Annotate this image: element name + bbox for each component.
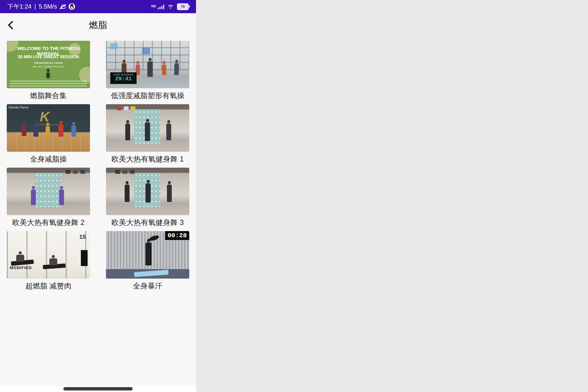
video-caption: 欧美大热有氧健身舞 3 xyxy=(106,218,189,227)
video-caption: 欧美大热有氧健身舞 1 xyxy=(106,154,189,164)
modified-label: MODIFIED xyxy=(10,265,32,270)
video-caption: 低强度减脂塑形有氧操 xyxy=(106,91,189,101)
video-watermark: Kkardio Dance xyxy=(9,106,29,109)
video-caption: 燃脂舞合集 xyxy=(7,91,90,101)
hd-icon: HD xyxy=(151,5,156,8)
video-caption: 超燃脂 减赘肉 xyxy=(7,281,90,291)
status-net-speed: 5.5M/s xyxy=(39,3,57,10)
mute-icon xyxy=(60,4,66,10)
thumbnail-image xyxy=(106,168,189,215)
video-card[interactable]: 00:28 全身暴汗 xyxy=(106,231,189,291)
thumbnail-image xyxy=(7,168,90,215)
page-title: 燃脂 xyxy=(0,13,196,37)
thumbnail-image: 00:28 xyxy=(106,231,189,279)
video-card[interactable]: 欧美大热有氧健身舞 1 xyxy=(106,104,189,164)
thumbnail-image: K KARDIO DANCE Kkardio Dance xyxy=(7,104,90,152)
status-bar: 下午1:24 | 5.5M/s HD 76 xyxy=(0,0,196,13)
status-time: 下午1:24 xyxy=(7,2,32,11)
video-timer-badge: CIZE BOUNCE 29:41 xyxy=(110,72,137,84)
status-separator: | xyxy=(34,3,36,10)
home-indicator[interactable] xyxy=(63,387,133,390)
video-caption: 全身减脂操 xyxy=(7,154,90,164)
video-card[interactable]: K KARDIO DANCE Kkardio Dance 全身减脂操 xyxy=(7,104,90,164)
thumbnail-image xyxy=(106,104,189,152)
screen-fatburn-category: 下午1:24 | 5.5M/s HD 76 燃脂 WELCOME TO THE … xyxy=(0,0,196,392)
video-timer-badge: 00:28 xyxy=(165,231,189,240)
video-card[interactable]: 欧美大热有氧健身舞 3 xyxy=(106,168,189,227)
thumbnail-image: 15 MODIFIED xyxy=(7,231,90,279)
video-card[interactable]: CIZE BOUNCE 29:41 低强度减脂塑形有氧操 xyxy=(106,41,189,101)
video-card[interactable]: 15 MODIFIED 超燃脂 减赘肉 xyxy=(7,231,90,291)
video-caption: 全身暴汗 xyxy=(106,281,189,291)
rep-count-label: 15 xyxy=(79,234,86,240)
signal-icon xyxy=(158,4,164,9)
video-card[interactable]: 欧美大热有氧健身舞 2 xyxy=(7,168,90,227)
wifi-icon xyxy=(167,4,174,10)
qq-icon xyxy=(69,3,75,10)
thumbnail-image: CIZE BOUNCE 29:41 xyxy=(106,41,189,88)
thumbnail-image: WELCOME TO THE FITNESS MARSHAL 30 MIN LI… xyxy=(7,41,90,88)
video-caption: 欧美大热有氧健身舞 2 xyxy=(7,218,90,227)
battery-icon: 76 xyxy=(177,3,189,10)
video-card[interactable]: WELCOME TO THE FITNESS MARSHAL 30 MIN LI… xyxy=(7,41,90,101)
